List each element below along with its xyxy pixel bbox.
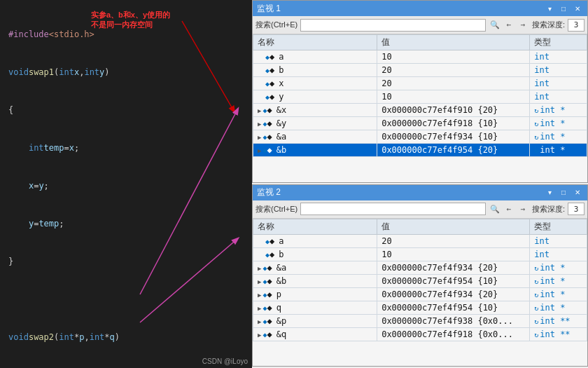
refresh-icon: ↻ [534, 264, 538, 272]
expand-icon[interactable]: ▶ [258, 265, 261, 272]
type-text: int [534, 65, 550, 75]
right-panel: 监视 1 ▾ □ ✕ 搜索(Ctrl+E) 🔍 ← → 搜索深度: 3 名称 值 [252, 0, 588, 368]
row-name: &q [276, 329, 286, 339]
variable-icon: ◆ [262, 118, 271, 127]
variable-icon: ◆ [262, 289, 271, 298]
variable-icon: ◆ [265, 65, 274, 74]
row-value-cell: 20 [377, 64, 530, 77]
row-name-cell: ◆ y [253, 90, 377, 104]
row-value-cell: 10 [377, 50, 530, 64]
code-line: y = temp; [6, 217, 252, 230]
row-value-cell: 20 [377, 234, 530, 247]
watch-2-restore-icon[interactable]: □ [558, 187, 569, 198]
row-name: a [279, 52, 284, 62]
expand-icon[interactable]: ▶ [258, 121, 261, 128]
expand-icon[interactable]: ▶ [258, 134, 261, 141]
variable-icon: ◆ [262, 276, 271, 285]
expand-icon[interactable]: ▶ [258, 318, 261, 325]
row-value-cell: 0x000000c77ef4f910 {20} [377, 104, 530, 117]
refresh-icon: ↻ [534, 146, 538, 154]
code-line [6, 293, 252, 306]
table-row: ◆ x20int [253, 77, 587, 90]
row-value-cell: 10 [377, 90, 530, 104]
annotation-swap1: 实参a、b和x、y使用的 不是同一内存空间 [91, 10, 170, 30]
row-type-cell: ↻int * [530, 130, 587, 144]
expand-icon[interactable]: ▶ [258, 107, 261, 114]
type-text: int * [540, 276, 565, 286]
table-row: ◆ a20int [253, 234, 587, 247]
watch-2-close-icon[interactable]: ✕ [572, 187, 583, 198]
type-text: int [534, 236, 550, 246]
row-name-cell: ▶◆ &b [253, 144, 377, 157]
watch-1-restore-icon[interactable]: □ [558, 3, 569, 14]
watch-2-arrow-right-icon[interactable]: → [517, 203, 529, 215]
row-type-cell: ↻int * [530, 287, 587, 301]
watch-2-minimize-icon[interactable]: ▾ [544, 187, 555, 198]
watch-2-search-input[interactable] [300, 203, 486, 215]
row-value-cell: 0x000000c77ef4f938 {0x0... [377, 314, 530, 327]
row-name: &a [276, 263, 286, 273]
row-name-cell: ▶◆ &y [253, 117, 377, 130]
refresh-icon: ↻ [534, 318, 538, 325]
table-row: ▶◆ p0x000000c77ef4f934 {20}↻int * [253, 287, 587, 301]
row-name: b [279, 250, 284, 259]
expand-icon[interactable]: ▶ [258, 278, 261, 285]
code-line: { [6, 104, 252, 116]
watch-1-col-name: 名称 [253, 35, 377, 50]
expand-icon[interactable]: ▶ [258, 305, 261, 312]
table-row: ▶◆ &x0x000000c77ef4f910 {20}↻int * [253, 104, 587, 117]
row-type-cell: ↻int * [530, 261, 587, 274]
type-text: int ** [540, 329, 570, 339]
watch-1-minimize-icon[interactable]: ▾ [544, 3, 555, 14]
row-value-cell: 0x000000c77ef4f934 {10} [377, 130, 530, 144]
code-content: #include<stdio.h> void swap1(int x, int … [0, 0, 252, 368]
expand-icon[interactable]: ▶ [258, 147, 261, 154]
watch-1-search-label: 搜索(Ctrl+E) [255, 20, 298, 30]
expand-icon[interactable]: ▶ [258, 332, 261, 339]
type-text: int [534, 52, 550, 62]
type-text: int * [540, 289, 565, 299]
type-text: int ** [540, 316, 570, 326]
row-name: y [279, 92, 284, 102]
refresh-icon: ↻ [534, 291, 538, 299]
refresh-icon: ↻ [534, 278, 538, 285]
watch-1-arrow-right-icon[interactable]: → [517, 19, 529, 32]
type-text: int * [540, 303, 565, 313]
variable-icon: ◆ [262, 105, 271, 114]
expand-icon[interactable]: ▶ [258, 292, 261, 299]
watch-2-arrow-left-icon[interactable]: ← [503, 203, 515, 215]
table-row: ◆ b20int [253, 64, 587, 77]
row-name-cell: ◆ b [253, 64, 377, 77]
row-name-cell: ◆ b [253, 247, 377, 261]
variable-icon: ◆ [265, 250, 274, 258]
row-name-cell: ◆ x [253, 77, 377, 90]
watch-1-search-icon[interactable]: 🔍 [489, 19, 501, 32]
watch-2-depth-value: 3 [568, 203, 584, 215]
watch-1-search-bar: 搜索(Ctrl+E) 🔍 ← → 搜索深度: 3 [253, 16, 587, 34]
variable-icon: ◆ [262, 145, 271, 154]
variable-icon: ◆ [262, 303, 271, 311]
watch-1-arrow-left-icon[interactable]: ← [503, 19, 515, 32]
row-type-cell: int [530, 77, 587, 90]
type-text: int [534, 250, 550, 259]
variable-icon: ◆ [265, 92, 274, 100]
row-value-cell: 10 [377, 247, 530, 261]
row-name-cell: ▶◆ &p [253, 314, 377, 327]
type-text: int [534, 92, 550, 102]
variable-icon: ◆ [262, 263, 271, 271]
code-line: int temp = x; [6, 142, 252, 154]
row-type-cell: ↻int * [530, 274, 587, 287]
row-type-cell: ↻int ** [530, 314, 587, 327]
watch-2-search-icon[interactable]: 🔍 [489, 203, 501, 215]
type-text: int * [540, 132, 565, 142]
variable-icon: ◆ [262, 329, 271, 338]
watch-1-depth-label: 搜索深度: [532, 20, 565, 30]
watch-1-search-input[interactable] [300, 19, 486, 32]
table-row: ▶◆ &b0x000000c77ef4f954 {10}↻int * [253, 274, 587, 287]
code-line: #include<stdio.h> [6, 28, 252, 41]
code-line: x = y; [6, 179, 252, 192]
type-text: int * [540, 105, 565, 115]
row-type-cell: int [530, 234, 587, 247]
watch-2-controls: ▾ □ ✕ [544, 187, 583, 198]
watch-1-close-icon[interactable]: ✕ [572, 3, 583, 14]
